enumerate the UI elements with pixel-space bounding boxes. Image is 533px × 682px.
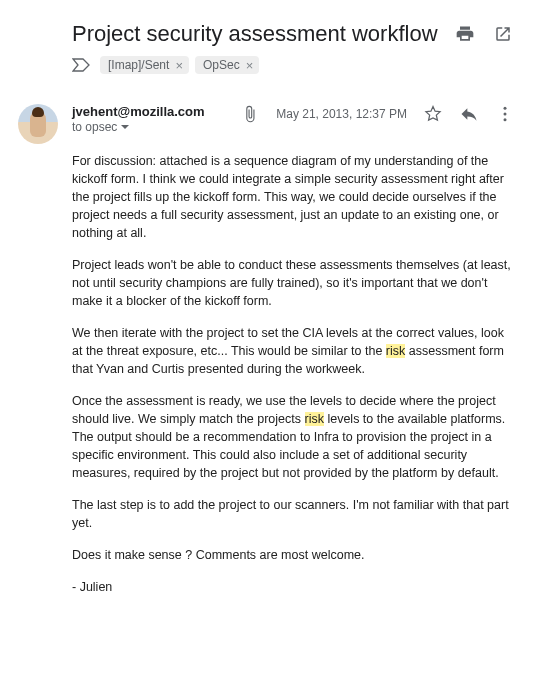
highlighted-term: risk <box>386 344 405 358</box>
svg-point-2 <box>504 118 507 121</box>
email-subject: Project security assessment workflow <box>72 20 455 48</box>
body-paragraph: Once the assessment is ready, we use the… <box>72 392 515 482</box>
message-header: jvehent@mozilla.com to opsec May 21, 201… <box>72 104 515 134</box>
date-text: May 21, 2013, 12:37 PM <box>276 107 407 121</box>
show-details-icon[interactable] <box>121 125 129 129</box>
svg-point-1 <box>504 113 507 116</box>
label-remove-icon[interactable]: × <box>173 59 185 72</box>
message-container: jvehent@mozilla.com to opsec May 21, 201… <box>0 84 533 620</box>
label-chip[interactable]: [Imap]/Sent × <box>100 56 189 74</box>
label-chip[interactable]: OpSec × <box>195 56 259 74</box>
recipients-line[interactable]: to opsec <box>72 120 205 134</box>
header-actions <box>455 20 513 44</box>
recipients-text: to opsec <box>72 120 117 134</box>
body-paragraph: For discussion: attached is a sequence d… <box>72 152 515 242</box>
label-important-icon[interactable] <box>72 58 90 72</box>
body-paragraph: Does it make sense ? Comments are most w… <box>72 546 515 564</box>
label-text: [Imap]/Sent <box>108 58 169 72</box>
attachment-icon[interactable] <box>240 104 260 124</box>
svg-point-0 <box>504 107 507 110</box>
email-body: For discussion: attached is a sequence d… <box>72 152 515 596</box>
avatar[interactable] <box>18 104 58 144</box>
body-paragraph: We then iterate with the project to set … <box>72 324 515 378</box>
body-paragraph: - Julien <box>72 578 515 596</box>
open-new-window-icon[interactable] <box>493 24 513 44</box>
print-icon[interactable] <box>455 24 475 44</box>
star-icon[interactable] <box>423 104 443 124</box>
body-paragraph: Project leads won't be able to conduct t… <box>72 256 515 310</box>
sender-address: jvehent@mozilla.com <box>72 104 205 119</box>
reply-icon[interactable] <box>459 104 479 124</box>
highlighted-term: risk <box>305 412 324 426</box>
label-remove-icon[interactable]: × <box>244 59 256 72</box>
email-header: Project security assessment workflow [Im… <box>0 0 533 84</box>
body-paragraph: The last step is to add the project to o… <box>72 496 515 532</box>
labels-row: [Imap]/Sent × OpSec × <box>72 56 455 74</box>
more-icon[interactable] <box>495 104 515 124</box>
label-text: OpSec <box>203 58 240 72</box>
